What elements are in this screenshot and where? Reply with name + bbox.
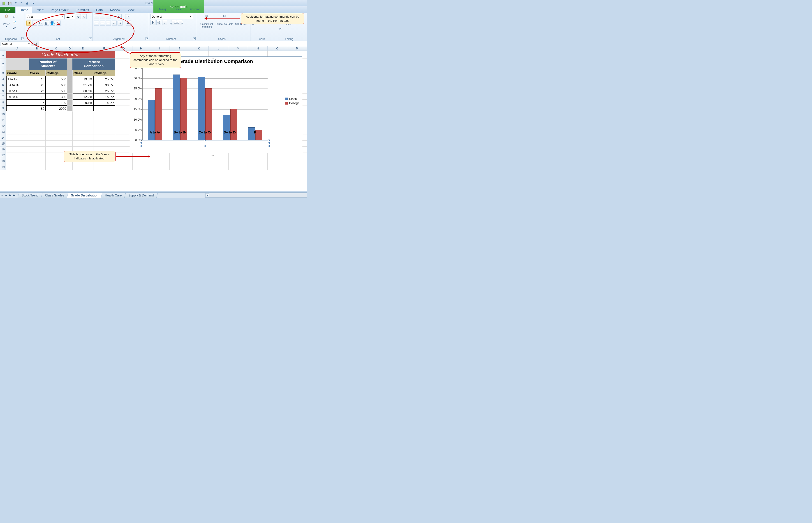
cell[interactable] bbox=[93, 106, 115, 111]
align-left-icon[interactable]: ☰ bbox=[94, 21, 99, 25]
column-header[interactable]: P bbox=[287, 46, 307, 51]
row-header[interactable]: 10 bbox=[0, 111, 6, 117]
cell[interactable] bbox=[67, 76, 72, 82]
cell[interactable] bbox=[67, 58, 72, 70]
cell[interactable]: 500 bbox=[45, 88, 67, 94]
chart-legend[interactable]: ClassCollege bbox=[285, 96, 299, 106]
cell[interactable]: 30.0% bbox=[93, 82, 115, 88]
cell[interactable] bbox=[45, 111, 67, 117]
cell[interactable] bbox=[93, 117, 115, 123]
comma-icon[interactable]: , bbox=[162, 20, 167, 25]
column-header[interactable]: E bbox=[72, 46, 93, 51]
cell[interactable] bbox=[170, 158, 189, 164]
cell[interactable]: C+ to C- bbox=[6, 88, 29, 94]
cell[interactable]: D+ to D- bbox=[6, 94, 29, 100]
font-dialog-launcher[interactable]: ◢ bbox=[89, 37, 92, 40]
row-header[interactable]: 9 bbox=[0, 106, 6, 111]
sheet-nav-last[interactable]: ⏭ bbox=[12, 193, 16, 197]
cell[interactable]: 6.1% bbox=[73, 100, 94, 106]
cell[interactable] bbox=[67, 82, 72, 88]
save-icon[interactable]: 💾 bbox=[7, 1, 12, 5]
column-header[interactable]: N bbox=[248, 46, 268, 51]
cell[interactable]: 100 bbox=[45, 100, 67, 106]
row-header[interactable]: 16 bbox=[0, 147, 6, 152]
percent-icon[interactable]: % bbox=[156, 20, 161, 25]
font-name-combo[interactable]: Arial▼ bbox=[26, 14, 64, 19]
cell[interactable] bbox=[29, 135, 45, 141]
sheet-tab[interactable]: Supply & Demand bbox=[124, 193, 158, 198]
row-header[interactable]: 18 bbox=[0, 158, 6, 164]
tab-design[interactable]: Design bbox=[154, 6, 171, 12]
selection-handle[interactable] bbox=[268, 140, 270, 141]
column-header[interactable]: H bbox=[132, 46, 150, 51]
increase-font-icon[interactable]: A▴ bbox=[76, 14, 81, 19]
legend-item[interactable]: Class bbox=[285, 97, 299, 101]
row-header[interactable]: 6 bbox=[0, 88, 6, 94]
column-header[interactable]: A bbox=[6, 46, 29, 51]
align-right-icon[interactable]: ☰ bbox=[106, 21, 111, 25]
undo-icon[interactable]: ↶ bbox=[13, 1, 18, 5]
increase-decimal-icon[interactable]: .0→.00 bbox=[171, 20, 176, 25]
column-header[interactable]: G bbox=[115, 46, 132, 51]
tab-insert[interactable]: Insert bbox=[32, 7, 47, 13]
cell[interactable] bbox=[67, 88, 72, 94]
cell[interactable] bbox=[133, 164, 150, 170]
cell[interactable] bbox=[73, 164, 94, 170]
tab-layout[interactable]: Layout bbox=[171, 6, 187, 12]
align-top-icon[interactable]: ≡ bbox=[94, 14, 99, 19]
cell[interactable] bbox=[150, 152, 170, 158]
fill-color-button[interactable]: 🪣▾ bbox=[50, 21, 55, 25]
bold-button[interactable]: B bbox=[26, 21, 31, 25]
row-header[interactable]: 8 bbox=[0, 100, 6, 106]
align-bottom-icon[interactable]: ≡ bbox=[106, 14, 111, 19]
cell[interactable] bbox=[268, 152, 287, 158]
sheet-tab[interactable]: Class Grades bbox=[41, 193, 68, 198]
row-header[interactable]: 2 bbox=[0, 58, 6, 70]
row-header[interactable]: 4 bbox=[0, 76, 6, 82]
cell[interactable] bbox=[115, 152, 133, 158]
cell[interactable]: PercentComparison bbox=[72, 58, 115, 70]
cell[interactable] bbox=[67, 70, 72, 76]
cell[interactable] bbox=[45, 135, 67, 141]
cell[interactable] bbox=[93, 141, 115, 147]
cell[interactable] bbox=[6, 106, 29, 111]
fx-icon[interactable]: fx bbox=[32, 42, 39, 46]
format-painter-icon[interactable]: 🖌 bbox=[12, 25, 17, 31]
cell[interactable] bbox=[248, 152, 268, 158]
selection-handle[interactable] bbox=[140, 145, 142, 147]
cell[interactable]: 25.0% bbox=[93, 88, 115, 94]
cell[interactable] bbox=[287, 158, 307, 164]
selection-handle[interactable] bbox=[140, 142, 142, 144]
cell[interactable] bbox=[45, 164, 67, 170]
cell[interactable]: 10 bbox=[29, 94, 45, 100]
cell[interactable] bbox=[29, 111, 45, 117]
alignment-dialog-launcher[interactable]: ◢ bbox=[146, 37, 148, 40]
cell[interactable] bbox=[67, 100, 72, 106]
cell[interactable] bbox=[248, 158, 268, 164]
row-header[interactable]: 5 bbox=[0, 82, 6, 88]
cell[interactable] bbox=[29, 129, 45, 135]
print-icon[interactable]: 🖨 bbox=[25, 1, 30, 5]
x-axis-selection[interactable] bbox=[141, 140, 269, 146]
cell[interactable] bbox=[209, 158, 229, 164]
sheet-tab[interactable]: Grade Distribution bbox=[67, 193, 103, 198]
cell[interactable] bbox=[115, 158, 133, 164]
cell[interactable] bbox=[29, 152, 45, 158]
cell[interactable] bbox=[229, 158, 248, 164]
sheet-nav-first[interactable]: ⏮ bbox=[0, 193, 4, 197]
sheet-tab[interactable]: Health Care bbox=[101, 193, 126, 198]
row-header[interactable]: 7 bbox=[0, 94, 6, 100]
selection-handle[interactable] bbox=[204, 140, 206, 141]
worksheet-grid[interactable]: ABCDEFGHIJKLMNOP 12345678910111213141516… bbox=[0, 46, 307, 191]
column-header[interactable]: L bbox=[209, 46, 228, 51]
cell[interactable]: 82 bbox=[29, 106, 45, 111]
cell[interactable] bbox=[29, 123, 45, 129]
cell[interactable] bbox=[6, 123, 29, 129]
cell[interactable] bbox=[170, 152, 189, 158]
paste-button[interactable]: 📋 Paste ▼ bbox=[1, 14, 12, 35]
chart-resize-bottom[interactable] bbox=[210, 152, 222, 154]
cell[interactable] bbox=[67, 106, 72, 111]
cell[interactable] bbox=[67, 129, 72, 135]
cell[interactable] bbox=[67, 123, 72, 129]
align-center-icon[interactable]: ☰ bbox=[100, 21, 105, 25]
